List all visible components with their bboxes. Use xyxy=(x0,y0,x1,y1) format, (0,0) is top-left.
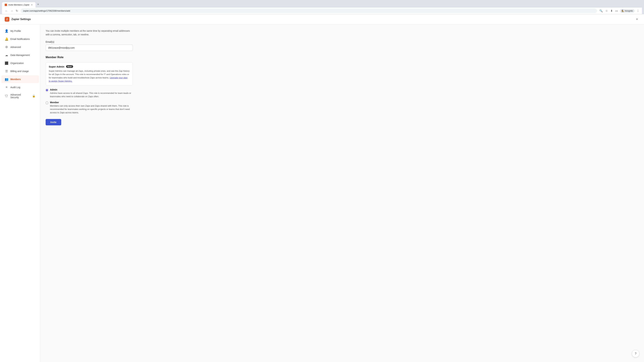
profile-icon: 👤 xyxy=(5,29,8,33)
admin-radio-item: Admin Admins have access to all shared Z… xyxy=(46,88,133,98)
sidebar-item-organization[interactable]: ⬛ Organization xyxy=(1,59,39,67)
organization-icon: ⬛ xyxy=(5,61,8,65)
emails-section: Email(s) xyxy=(46,40,639,51)
sidebar-item-advanced[interactable]: ⚙ Advanced xyxy=(1,43,39,51)
advanced-icon: ⚙ xyxy=(5,45,8,49)
member-desc: Members can only access their own Zaps a… xyxy=(50,104,133,114)
sidebar-label-my-profile: My Profile xyxy=(10,30,21,32)
help-fab[interactable]: ? xyxy=(632,350,639,357)
device-icon[interactable]: ▭ xyxy=(615,8,618,13)
new-tab-button[interactable]: + xyxy=(36,1,40,7)
audit-icon: ≡ xyxy=(5,85,8,89)
shield-icon: 🛡 xyxy=(5,94,8,98)
role-radio-group: Admin Admins have access to all shared Z… xyxy=(46,88,133,114)
lock-icon: 🔒 xyxy=(32,94,36,97)
sidebar-item-my-profile[interactable]: 👤 My Profile xyxy=(1,27,39,35)
search-icon[interactable]: 🔍 xyxy=(599,8,604,13)
forward-button[interactable]: → xyxy=(10,9,14,13)
emails-input[interactable] xyxy=(46,44,133,51)
app-title: Zapier Settings xyxy=(12,18,31,21)
sidebar-label-data-management: Data Management xyxy=(10,54,30,56)
admin-radio[interactable] xyxy=(46,89,48,91)
sidebar-label-email-notifications: Email Notifications xyxy=(10,38,30,40)
incognito-label: Incognito xyxy=(625,10,633,12)
help-icon: ? xyxy=(635,352,636,356)
app-header: Z Zapier Settings × xyxy=(0,14,644,24)
sidebar-label-organization: Organization xyxy=(10,62,24,64)
sidebar: 👤 My Profile 🔔 Email Notifications ⚙ Adv… xyxy=(0,24,40,362)
member-role-title: Member Role xyxy=(46,56,639,59)
bookmark-icon[interactable]: ☆ xyxy=(605,8,608,13)
sidebar-label-audit-log: Audit Log xyxy=(10,86,20,89)
sidebar-item-advanced-security[interactable]: 🛡 Advanced Security 🔒 xyxy=(1,91,39,101)
sidebar-label-billing: Billing and Usage xyxy=(10,70,29,72)
zapier-logo: Z xyxy=(5,17,10,22)
bell-icon: 🔔 xyxy=(5,37,8,41)
new-badge: New! xyxy=(66,65,73,68)
app-header-left: Z Zapier Settings xyxy=(5,17,31,22)
sidebar-label-members: Members xyxy=(10,78,21,81)
incognito-icon: 🕵 xyxy=(622,10,624,12)
admin-label-block: Admin Admins have access to all shared Z… xyxy=(50,88,133,98)
download-icon[interactable]: ⬇ xyxy=(610,8,613,13)
super-admin-desc: Super Admins can manage all Zaps, includ… xyxy=(49,69,130,83)
admin-desc: Admins have access to all shared Zaps. T… xyxy=(50,91,133,98)
sidebar-item-audit-log[interactable]: ≡ Audit Log xyxy=(1,83,39,91)
app-close-button[interactable]: × xyxy=(634,16,639,22)
members-icon: 👥 xyxy=(5,77,8,81)
cloud-icon: ☁ xyxy=(5,53,8,57)
invite-button[interactable]: Invite xyxy=(46,119,61,125)
tab-favicon xyxy=(5,4,7,6)
member-label-block: Member Members can only access their own… xyxy=(50,101,133,114)
super-admin-header: Super Admin New! xyxy=(49,65,130,68)
sidebar-item-billing[interactable]: ☰ Billing and Usage xyxy=(1,67,39,75)
member-radio-item: Member Members can only access their own… xyxy=(46,101,133,114)
sidebar-item-members[interactable]: 👥 Members xyxy=(1,75,39,83)
tab-close-button[interactable]: × xyxy=(31,3,33,6)
incognito-badge: 🕵 Incognito xyxy=(620,9,634,13)
member-title: Member xyxy=(50,101,133,104)
address-bar: ← → ↻ 🔍 ☆ ⬇ ▭ 🕵 Incognito ⋮ xyxy=(2,7,642,14)
sidebar-item-data-management[interactable]: ☁ Data Management xyxy=(1,51,39,59)
admin-title: Admin xyxy=(50,88,133,91)
sidebar-label-advanced-security: Advanced Security xyxy=(10,93,30,99)
sidebar-label-advanced: Advanced xyxy=(10,46,21,48)
back-button[interactable]: ← xyxy=(4,9,9,13)
super-admin-label: Super Admin xyxy=(49,65,64,68)
main-content: You can invite multiple members at the s… xyxy=(40,24,644,362)
menu-icon[interactable]: ⋮ xyxy=(636,8,640,13)
tab-title: Invite Members | Zapier xyxy=(8,4,30,6)
emails-label: Email(s) xyxy=(46,40,639,43)
super-admin-card: Super Admin New! Super Admins can manage… xyxy=(46,62,133,86)
billing-icon: ☰ xyxy=(5,69,8,73)
url-input[interactable] xyxy=(21,8,597,13)
reload-button[interactable]: ↻ xyxy=(15,8,19,13)
browser-tab[interactable]: Invite Members | Zapier × xyxy=(2,2,36,7)
sidebar-item-email-notifications[interactable]: 🔔 Email Notifications xyxy=(1,35,39,43)
intro-text: You can invite multiple members at the s… xyxy=(46,29,133,36)
member-radio[interactable] xyxy=(46,102,48,104)
